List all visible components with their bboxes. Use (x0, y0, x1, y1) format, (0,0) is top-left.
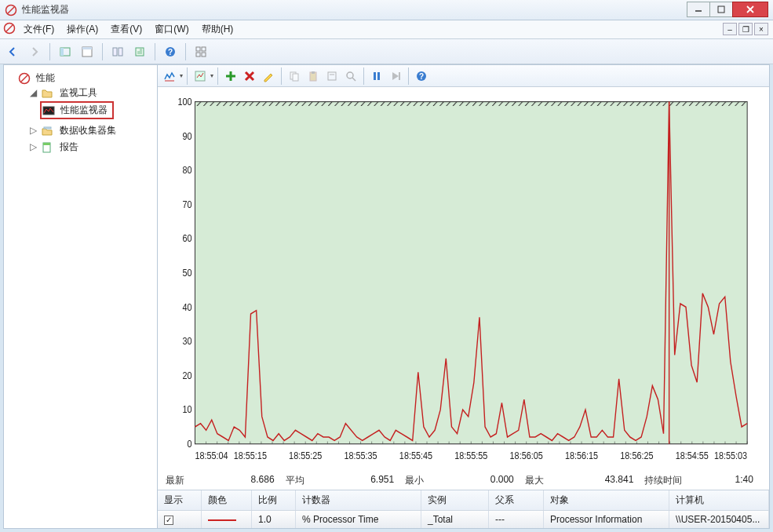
col-parent[interactable]: 父系 (489, 490, 544, 510)
col-show[interactable]: 显示 (158, 490, 202, 510)
paste-button[interactable] (304, 67, 322, 85)
dropdown-icon[interactable]: ▾ (180, 72, 183, 79)
expand-icon[interactable]: ▷ (29, 141, 37, 152)
freeze-button[interactable] (368, 67, 385, 85)
tree-reports-label: 报告 (60, 141, 78, 152)
col-computer[interactable]: 计算机 (669, 490, 769, 510)
col-counter[interactable]: 计数器 (296, 490, 421, 510)
svg-text:18:55:35: 18:55:35 (344, 451, 377, 461)
latest-label: 最新 (166, 474, 184, 487)
max-label: 最大 (525, 474, 544, 487)
tree-root-label: 性能 (36, 72, 55, 83)
menu-view[interactable]: 查看(V) (106, 21, 147, 38)
navigation-tree[interactable]: 性能 ◢ 监视工具 性能监视器 (4, 65, 158, 528)
show-hide-tree-button[interactable] (56, 42, 75, 61)
svg-point-34 (347, 72, 353, 78)
svg-rect-29 (293, 74, 298, 81)
menu-window[interactable]: 窗口(W) (150, 21, 193, 38)
mdi-restore-button[interactable]: ❐ (738, 23, 753, 35)
display-mode-button[interactable] (191, 67, 209, 85)
menu-help[interactable]: 帮助(H) (197, 21, 239, 38)
svg-text:18:55:03: 18:55:03 (714, 451, 747, 461)
highlight-button[interactable] (260, 67, 277, 85)
show-checkbox[interactable]: ✓ (164, 516, 173, 525)
svg-text:?: ? (419, 72, 424, 81)
perfmon-icon (42, 104, 55, 117)
folder-stack-icon (41, 125, 53, 137)
dropdown-icon[interactable]: ▾ (210, 72, 213, 79)
counters-panel: 显示 颜色 比例 计数器 实例 父系 对象 计算机 ✓ 1.0 % Proces… (158, 490, 769, 528)
help-button[interactable]: ? (413, 67, 430, 85)
menu-file[interactable]: 文件(F) (19, 21, 59, 38)
col-instance[interactable]: 实例 (421, 490, 489, 510)
performance-icon (18, 72, 31, 85)
tree-root[interactable]: 性能 ◢ 监视工具 性能监视器 (18, 70, 154, 157)
mdi-child-buttons: – ❐ × (723, 23, 768, 35)
close-button[interactable] (732, 2, 768, 17)
svg-rect-36 (374, 72, 376, 80)
tree-data-collector-sets[interactable]: ▷ 数据收集器集 (29, 122, 154, 139)
svg-text:80: 80 (182, 166, 191, 176)
zoom-button[interactable] (342, 67, 359, 85)
row-computer: \\USER-20150405... (669, 511, 769, 528)
view-type-button[interactable] (161, 67, 178, 85)
tree-reports[interactable]: ▷ 报告 (29, 139, 154, 155)
duration-value: 1:40 (691, 474, 761, 487)
series-color-swatch (208, 519, 236, 521)
svg-text:18:54:55: 18:54:55 (676, 451, 709, 461)
tree-monitoring-tools[interactable]: ◢ 监视工具 性能监视器 (29, 85, 154, 122)
counters-header[interactable]: 显示 颜色 比例 计数器 实例 父系 对象 计算机 (158, 490, 769, 511)
svg-text:18:55:15: 18:55:15 (234, 451, 267, 461)
collapse-icon[interactable]: ◢ (29, 87, 37, 98)
svg-rect-12 (113, 48, 117, 56)
avg-value: 6.951 (331, 474, 402, 487)
svg-text:90: 90 (182, 131, 191, 141)
svg-rect-24 (44, 127, 51, 129)
export-button[interactable] (130, 42, 149, 61)
mdi-minimize-button[interactable]: – (723, 23, 737, 35)
svg-rect-11 (82, 47, 92, 49)
stats-bar: 最新8.686 平均6.951 最小0.000 最大43.841 持续时间1:4… (158, 471, 769, 490)
view-group-button[interactable] (108, 42, 127, 61)
row-parent: --- (489, 511, 544, 528)
tree-performance-monitor[interactable]: 性能监视器 (40, 100, 154, 121)
svg-line-1 (8, 7, 14, 13)
svg-text:18:55:45: 18:55:45 (399, 451, 432, 461)
svg-rect-38 (399, 72, 400, 80)
svg-text:18:56:05: 18:56:05 (510, 451, 543, 461)
mdi-close-button[interactable]: × (754, 23, 768, 35)
remove-counter-button[interactable] (241, 67, 258, 85)
svg-text:18:56:15: 18:56:15 (565, 451, 598, 461)
svg-text:70: 70 (182, 199, 191, 210)
tree-performance-monitor-label: 性能监视器 (60, 104, 108, 115)
svg-text:18:55:04: 18:55:04 (195, 451, 228, 461)
svg-rect-13 (119, 48, 122, 56)
window-title: 性能监视器 (22, 3, 69, 16)
update-button[interactable] (387, 67, 404, 85)
chart-area[interactable]: 010203040506070809010018:55:0418:55:1518… (158, 87, 769, 471)
avg-label: 平均 (286, 474, 304, 487)
properties-button[interactable] (323, 67, 341, 85)
copy-button[interactable] (286, 67, 303, 85)
help-button[interactable]: ? (161, 42, 180, 61)
nav-forward-button[interactable] (25, 42, 44, 61)
min-value: 0.000 (451, 474, 522, 487)
expand-icon[interactable]: ▷ (29, 125, 37, 136)
nav-back-button[interactable] (3, 42, 22, 61)
col-color[interactable]: 颜色 (202, 490, 252, 510)
perfmon-toolbar: ▾ ▾ ? (158, 65, 769, 87)
col-scale[interactable]: 比例 (252, 490, 296, 510)
col-object[interactable]: 对象 (544, 490, 669, 510)
minimize-button[interactable] (687, 2, 710, 17)
maximize-button[interactable] (709, 2, 733, 17)
row-instance: _Total (421, 511, 489, 528)
svg-text:0: 0 (188, 439, 192, 450)
menu-action[interactable]: 操作(A) (62, 21, 103, 38)
svg-line-35 (352, 78, 356, 81)
svg-rect-37 (377, 72, 380, 80)
svg-text:?: ? (168, 48, 173, 56)
add-counter-button[interactable] (222, 67, 239, 85)
counter-row[interactable]: ✓ 1.0 % Processor Time _Total --- Proces… (158, 511, 769, 528)
properties-button[interactable] (78, 42, 97, 61)
toggle-tile-button[interactable] (191, 42, 210, 61)
